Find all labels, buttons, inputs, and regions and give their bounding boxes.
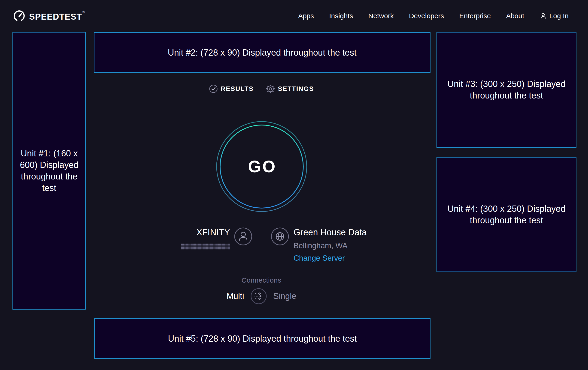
server-name: Green House Data [294,228,367,237]
nav-item-developers[interactable]: Developers [409,12,444,20]
connections-mode-toggle[interactable] [250,288,267,304]
ad-unit-2[interactable]: Unit #2: (728 x 90) Displayed throughout… [94,32,430,73]
person-icon [539,12,547,20]
ad-unit-5[interactable]: Unit #5: (728 x 90) Displayed throughout… [94,318,430,359]
connections-toggle-row: Multi Single [204,288,319,304]
ad-unit-1-text: Unit #1: (160 x 600) Displayed throughou… [15,148,84,194]
gear-icon [266,84,275,93]
go-button[interactable]: GO [215,120,308,213]
logo-trademark: ® [83,10,85,14]
nav-item-enterprise[interactable]: Enterprise [459,12,491,20]
connections-title: Connections [215,276,308,284]
tab-settings[interactable]: SETTINGS [266,84,314,93]
login-label: Log In [549,12,569,20]
person-circle-icon [234,227,252,246]
logo-wordmark: SPEEDTEST® [29,10,85,22]
nav-item-network[interactable]: Network [368,12,394,20]
ad-unit-3-text: Unit #3: (300 x 250) Displayed throughou… [446,78,567,101]
go-button-label: GO [215,120,308,213]
nav-item-insights[interactable]: Insights [329,12,353,20]
tab-results-label: RESULTS [221,85,254,92]
header: SPEEDTEST® Apps Insights Network Develop… [0,0,588,32]
speedometer-gauge-icon [13,10,25,22]
globe-circle-icon [271,227,289,246]
redacted-ip-blur [181,243,230,250]
results-settings-tabs: RESULTS [192,83,331,95]
login-button[interactable]: Log In [539,12,569,20]
speedtest-logo[interactable]: SPEEDTEST® [13,10,85,22]
ad-unit-1[interactable]: Unit #1: (160 x 600) Displayed throughou… [12,32,86,310]
ad-unit-4-text: Unit #4: (300 x 250) Displayed throughou… [446,203,567,226]
server-location: Bellingham, WA [294,241,347,250]
check-circle-icon [209,84,218,93]
ad-unit-2-text: Unit #2: (728 x 90) Displayed throughout… [168,47,356,58]
main-nav: Apps Insights Network Developers Enterpr… [298,12,569,20]
ad-unit-4[interactable]: Unit #4: (300 x 250) Displayed throughou… [437,157,577,272]
speedtest-page: SPEEDTEST® Apps Insights Network Develop… [0,0,588,370]
ad-unit-5-text: Unit #5: (728 x 90) Displayed throughout… [168,333,357,344]
nav-item-apps[interactable]: Apps [298,12,314,20]
nav-item-about[interactable]: About [506,12,524,20]
change-server-link[interactable]: Change Server [294,254,345,262]
tab-settings-label: SETTINGS [278,85,314,92]
tab-results[interactable]: RESULTS [209,84,254,93]
connections-multi-label[interactable]: Multi [227,291,244,301]
ad-unit-3[interactable]: Unit #3: (300 x 250) Displayed throughou… [437,32,577,148]
connections-single-label[interactable]: Single [273,291,296,301]
isp-name: XFINITY [152,228,230,237]
multi-stream-arrows-icon [250,288,267,304]
